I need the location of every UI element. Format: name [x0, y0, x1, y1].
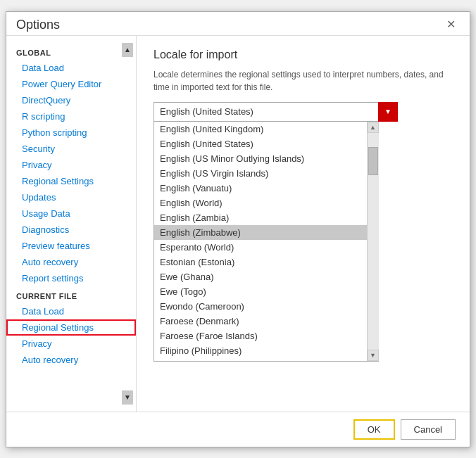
- list-item[interactable]: Estonian (Estonia): [154, 255, 367, 269]
- list-item[interactable]: Ewondo (Cameroon): [154, 299, 367, 314]
- sidebar-item-power-query-editor[interactable]: Power Query Editor: [6, 76, 136, 92]
- sidebar-item-data-load[interactable]: Data Load: [6, 60, 136, 76]
- list-item[interactable]: English (Vanuatu): [154, 181, 367, 196]
- scroll-thumb[interactable]: [368, 147, 378, 175]
- scroll-up-arrow[interactable]: ▲: [368, 122, 379, 133]
- sidebar-item-auto-recovery-global[interactable]: Auto recovery: [6, 254, 136, 270]
- section-description: Locale determines the regional settings …: [154, 68, 453, 94]
- list-item[interactable]: English (World): [154, 196, 367, 210]
- sidebar-item-privacy[interactable]: Privacy: [6, 157, 136, 173]
- dialog-footer: OK Cancel: [6, 412, 470, 447]
- sidebar-item-direct-query[interactable]: DirectQuery: [6, 92, 136, 108]
- locale-input[interactable]: [154, 102, 379, 122]
- sidebar-scroll-up[interactable]: ▲: [122, 43, 133, 57]
- sidebar-scroll-down[interactable]: ▼: [122, 390, 133, 405]
- dialog-title: Options: [16, 18, 60, 32]
- list-item[interactable]: English (United States): [154, 136, 367, 151]
- list-item[interactable]: English (US Minor Outlying Islands): [154, 151, 367, 166]
- scroll-track: [368, 133, 379, 350]
- sidebar-item-python-scripting[interactable]: Python scripting: [6, 125, 136, 141]
- list-item[interactable]: English (Zambia): [154, 210, 367, 225]
- current-section-header: CURRENT FILE: [6, 286, 136, 303]
- global-section-header: GLOBAL: [6, 43, 136, 60]
- close-button[interactable]: ✕: [442, 18, 460, 32]
- sidebar-item-regional-settings-global[interactable]: Regional Settings: [6, 173, 136, 189]
- options-dialog: Options ✕ ▲ GLOBAL Data Load Power Query…: [6, 11, 470, 447]
- sidebar: ▲ GLOBAL Data Load Power Query Editor Di…: [6, 36, 137, 412]
- cancel-button[interactable]: Cancel: [401, 419, 456, 440]
- list-item[interactable]: Filipino (Philippines): [154, 343, 367, 358]
- scroll-down-arrow[interactable]: ▼: [368, 350, 379, 361]
- list-item[interactable]: Esperanto (World): [154, 240, 367, 255]
- locale-scrollbar: ▲ ▼: [367, 122, 378, 361]
- list-item[interactable]: Faroese (Denmark): [154, 314, 367, 329]
- locale-dropdown-button[interactable]: ▼: [378, 102, 398, 122]
- sidebar-item-usage-data[interactable]: Usage Data: [6, 205, 136, 222]
- dialog-body: ▲ GLOBAL Data Load Power Query Editor Di…: [6, 36, 470, 412]
- locale-dropdown-wrapper: ▼: [154, 102, 453, 122]
- locale-list-container: English (United Kingdom) English (United…: [154, 122, 379, 362]
- main-content: Locale for import Locale determines the …: [137, 36, 470, 412]
- section-title: Locale for import: [154, 49, 453, 61]
- title-bar: Options ✕: [6, 12, 470, 35]
- ok-button[interactable]: OK: [353, 419, 395, 440]
- sidebar-scroll-area: GLOBAL Data Load Power Query Editor Dire…: [6, 36, 136, 412]
- list-item[interactable]: English (US Virgin Islands): [154, 166, 367, 181]
- sidebar-item-security[interactable]: Security: [6, 141, 136, 157]
- list-item[interactable]: Ewe (Ghana): [154, 269, 367, 284]
- sidebar-item-updates[interactable]: Updates: [6, 189, 136, 205]
- sidebar-item-diagnostics[interactable]: Diagnostics: [6, 222, 136, 238]
- dropdown-arrow-icon: ▼: [384, 108, 392, 115]
- list-item[interactable]: English (United Kingdom): [154, 122, 367, 136]
- list-item-highlighted[interactable]: English (Zimbabwe): [154, 225, 367, 240]
- sidebar-item-preview-features[interactable]: Preview features: [6, 238, 136, 254]
- list-item[interactable]: Ewe (Togo): [154, 284, 367, 299]
- list-item[interactable]: Finnish (Finland): [154, 358, 367, 361]
- sidebar-item-current-regional-settings[interactable]: Regional Settings: [6, 319, 136, 336]
- list-item[interactable]: Faroese (Faroe Islands): [154, 329, 367, 343]
- locale-list: English (United Kingdom) English (United…: [154, 122, 367, 361]
- sidebar-item-current-data-load[interactable]: Data Load: [6, 303, 136, 319]
- sidebar-item-r-scripting[interactable]: R scripting: [6, 108, 136, 125]
- sidebar-item-current-auto-recovery[interactable]: Auto recovery: [6, 352, 136, 368]
- sidebar-item-current-privacy[interactable]: Privacy: [6, 336, 136, 352]
- sidebar-item-report-settings[interactable]: Report settings: [6, 270, 136, 286]
